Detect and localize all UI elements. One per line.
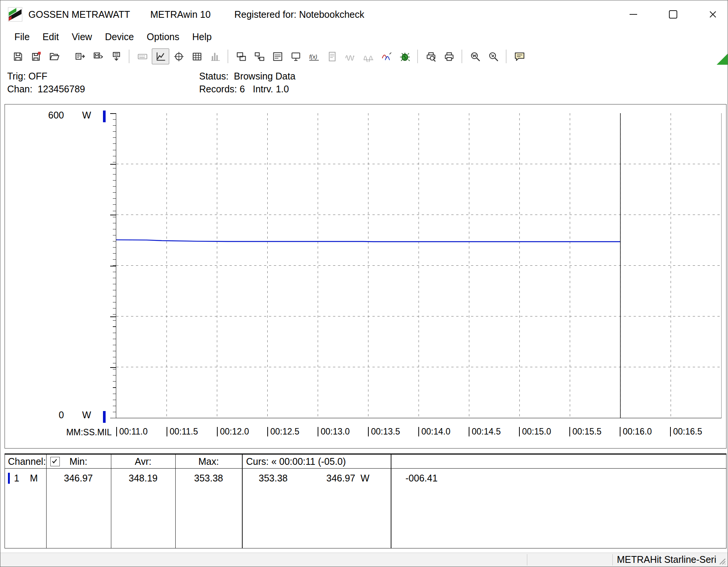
close-icon	[709, 10, 717, 19]
menu-item-edit[interactable]: Edit	[36, 31, 65, 42]
monitor-button[interactable]	[287, 48, 304, 64]
table-view-button[interactable]	[188, 48, 206, 64]
x-tick-label: 00:11.0	[116, 427, 148, 437]
cell-cursor-value: 353.38	[242, 473, 304, 484]
numeric-display-button[interactable]	[134, 48, 151, 64]
corner-triangle-icon	[717, 48, 728, 65]
column-header-min: Min:	[46, 456, 111, 467]
save-annotate-icon	[31, 51, 42, 62]
print-icon	[444, 51, 455, 62]
protocol-icon	[327, 51, 338, 62]
menu-item-view[interactable]: View	[65, 31, 98, 42]
app-window: GOSSEN METRAWATT METRAwin 10 Registered …	[0, 0, 728, 567]
zoom-w-button[interactable]	[466, 48, 484, 64]
minimize-button[interactable]	[620, 0, 647, 28]
x-tick-label: 00:15.5	[569, 427, 602, 437]
tick-mark-icon	[267, 427, 268, 436]
toolbar-separator	[228, 50, 229, 63]
maximize-button[interactable]	[659, 0, 687, 28]
tick-mark-icon	[318, 427, 318, 436]
save-button[interactable]	[9, 48, 27, 64]
sequence-list-icon	[272, 51, 283, 62]
tooltip-icon	[514, 51, 525, 62]
maximize-icon	[669, 10, 677, 19]
tick-mark-icon	[519, 427, 520, 436]
numeric-display-icon	[137, 51, 148, 62]
registered-for-text: Registered for: Notebookcheck	[234, 0, 364, 28]
x-axis-tick-row: 00:11.000:11.500:12.000:12.500:13.000:13…	[116, 427, 722, 440]
statusbar-divider	[527, 554, 527, 565]
x-axis-unit-label: MM:SS.MIL	[43, 427, 112, 438]
bar-chart-view-button[interactable]	[206, 48, 224, 64]
read-device-m-icon	[93, 51, 104, 62]
statusbar-divider	[613, 554, 613, 565]
line-chart-view-button[interactable]	[152, 48, 169, 64]
chart-canvas	[116, 113, 721, 418]
table-divider	[46, 455, 47, 548]
zoom-pointer-button[interactable]	[485, 48, 502, 64]
column-header-channel: Channel:	[8, 456, 46, 467]
minimize-icon	[630, 14, 637, 15]
menu-item-device[interactable]: Device	[98, 31, 140, 42]
scope-view-button[interactable]	[170, 48, 187, 64]
svg-text:f(x): f(x)	[309, 53, 317, 59]
menu-item-options[interactable]: Options	[140, 31, 186, 42]
records-status-text: Records: 6 Intrv. 1.0	[199, 84, 289, 95]
read-device-m-button[interactable]	[89, 48, 107, 64]
formula-button[interactable]: f(x)	[305, 48, 323, 64]
status-panel: Trig: OFF Chan: 123456789 Status: Browsi…	[0, 68, 728, 104]
column-header-max: Max:	[175, 456, 242, 467]
compare-curves-button[interactable]	[378, 48, 395, 64]
protocol-button[interactable]	[323, 48, 341, 64]
close-button[interactable]	[699, 0, 726, 28]
open-file-button[interactable]	[45, 48, 63, 64]
cell-delta: -006.41	[405, 473, 438, 484]
menu-item-help[interactable]: Help	[186, 31, 218, 42]
export-data-icon	[75, 51, 86, 62]
read-memory-button[interactable]	[108, 48, 125, 64]
menu-item-file[interactable]: File	[8, 31, 36, 42]
tooltip-button[interactable]	[511, 48, 528, 64]
print-preview-button[interactable]	[422, 48, 440, 64]
app-title: METRAwin 10	[150, 0, 210, 28]
plot-area[interactable]	[116, 113, 722, 418]
cell-cursor-live: 346.97 W	[307, 473, 389, 484]
formula-icon: f(x)	[309, 51, 320, 62]
app-logo-icon	[8, 7, 22, 22]
cell-channel-mode: M	[30, 473, 38, 484]
bug-button[interactable]	[396, 48, 413, 64]
transfer-icon	[254, 51, 265, 62]
tick-mark-icon	[368, 427, 369, 436]
toolbar-separator	[506, 50, 507, 63]
transfer-button[interactable]	[251, 48, 268, 64]
channel-marker-bottom	[103, 411, 106, 423]
table-divider	[242, 455, 243, 548]
x-tick-label: 00:14.0	[418, 427, 451, 437]
wave-button[interactable]	[360, 48, 377, 64]
sequence-list-button[interactable]	[269, 48, 286, 64]
x-tick-label: 00:11.5	[167, 427, 198, 437]
tick-mark-icon	[418, 427, 419, 436]
tick-mark-icon	[469, 427, 469, 436]
resize-grip[interactable]	[718, 557, 726, 565]
x-tick-label: 00:14.5	[469, 427, 501, 437]
save-annotate-button[interactable]	[27, 48, 45, 64]
print-preview-icon	[426, 51, 436, 62]
tick-mark-icon	[116, 427, 117, 436]
tick-mark-icon	[569, 427, 570, 436]
tick-mark-icon	[167, 427, 167, 436]
tick-mark-icon	[620, 427, 620, 436]
export-data-button[interactable]	[71, 48, 89, 64]
scope-view-icon	[173, 51, 184, 62]
copy-window-button[interactable]	[232, 48, 250, 64]
open-file-icon	[49, 51, 60, 62]
statusbar: METRAHit Starline-Seri	[0, 553, 728, 567]
wave-pair-button[interactable]	[341, 48, 359, 64]
zoom-pointer-icon	[488, 51, 499, 62]
x-tick-label: 00:12.5	[267, 427, 299, 437]
cell-max: 353.38	[175, 473, 242, 484]
x-tick-label: 00:13.5	[368, 427, 400, 437]
toolbar: f(x)	[0, 45, 728, 68]
channel-marker-top	[103, 111, 106, 122]
print-button[interactable]	[440, 48, 458, 64]
